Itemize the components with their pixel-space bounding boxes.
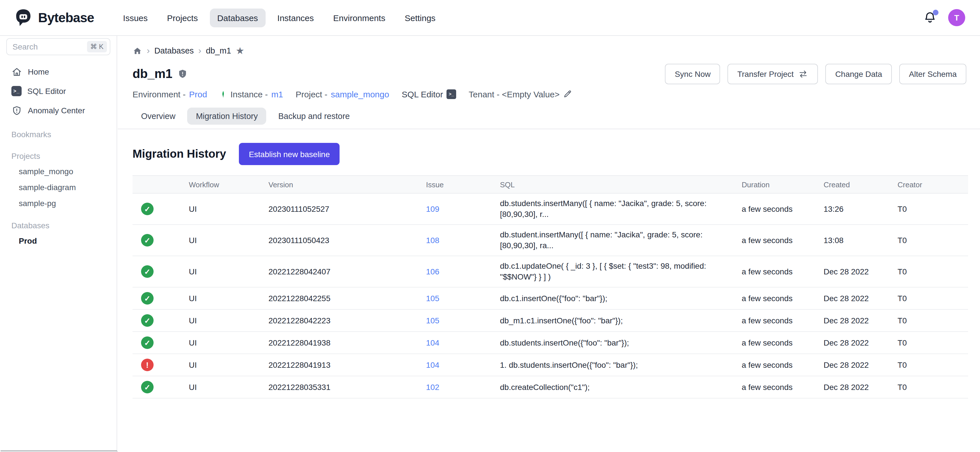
terminal-icon: >_ [11, 86, 22, 96]
top-navbar: Bytebase Issues Projects Databases Insta… [0, 0, 980, 36]
topbar-right: T [923, 9, 965, 26]
brand-home-link[interactable]: Bytebase [14, 8, 94, 27]
cell-sql: db.c1.updateOne( { _id: 3 }, [ { $set: {… [500, 256, 742, 287]
edit-pencil-icon[interactable] [563, 89, 572, 99]
cell-duration: a few seconds [742, 354, 824, 376]
col-workflow: Workflow [189, 176, 269, 193]
change-data-button[interactable]: Change Data [826, 64, 892, 84]
app-window: Bytebase Issues Projects Databases Insta… [0, 0, 980, 452]
cell-version: 20230111052527 [269, 193, 426, 225]
cell-issue: 108 [426, 225, 500, 256]
cell-duration: a few seconds [742, 310, 824, 332]
migration-history-table: Workflow Version Issue SQL Duration Crea… [132, 175, 968, 398]
user-avatar[interactable]: T [948, 9, 965, 26]
cell-duration: a few seconds [742, 287, 824, 310]
sidebar-project-sample-pg[interactable]: sample-pg [6, 195, 110, 211]
project-label: Project - [296, 89, 328, 99]
cell-issue: 102 [426, 376, 500, 398]
nav-item-environments[interactable]: Environments [326, 8, 393, 27]
issue-link[interactable]: 104 [426, 360, 439, 369]
issue-link[interactable]: 102 [426, 383, 439, 392]
breadcrumb: › Databases › db_m1 ★ [132, 44, 966, 57]
page-actions: Sync Now Transfer Project Change Data [665, 64, 966, 84]
nav-item-projects[interactable]: Projects [159, 8, 205, 27]
issue-link[interactable]: 109 [426, 204, 439, 214]
cell-status: ✓ [132, 287, 189, 310]
sync-now-button[interactable]: Sync Now [665, 64, 721, 84]
cell-created: Dec 28 2022 [824, 332, 897, 354]
table-row: ✓ UI 20230111050423 108 db.student.inser… [132, 225, 968, 256]
cell-issue: 106 [426, 256, 500, 287]
sql-editor-terminal-icon[interactable]: >_ [447, 89, 456, 99]
sidebar-project-sample-mongo[interactable]: sample_mongo [6, 163, 110, 179]
project-link[interactable]: sample_mongo [331, 89, 389, 99]
sidebar-database-prod[interactable]: Prod [6, 233, 110, 249]
cell-version: 20221228041938 [269, 332, 426, 354]
shield-alert-icon [11, 105, 22, 116]
instance-link[interactable]: m1 [271, 89, 283, 99]
nav-item-databases[interactable]: Databases [210, 8, 265, 27]
cell-workflow: UI [189, 332, 269, 354]
tab-backup-and-restore[interactable]: Backup and restore [270, 108, 358, 125]
cell-issue: 104 [426, 354, 500, 376]
button-label: Transfer Project [737, 69, 794, 78]
cell-creator: T0 [897, 256, 968, 287]
issue-link[interactable]: 105 [426, 316, 439, 325]
nav-item-instances[interactable]: Instances [270, 8, 321, 27]
cell-version: 20221228035331 [269, 376, 426, 398]
cell-created: 13:08 [824, 225, 897, 256]
status-error-icon: ! [141, 359, 154, 371]
search-input[interactable] [13, 42, 87, 51]
sidebar-item-home[interactable]: Home [6, 62, 110, 81]
cell-version: 20230111050423 [269, 225, 426, 256]
button-label: Alter Schema [909, 69, 957, 78]
table-row: ✓ UI 20221228042255 105 db.c1.insertOne(… [132, 287, 968, 310]
meta-instance: Instance - m1 [220, 88, 283, 99]
issue-link[interactable]: 108 [426, 236, 439, 245]
tab-migration-history[interactable]: Migration History [188, 108, 266, 125]
cell-creator: T0 [897, 376, 968, 398]
sidebar-project-sample-diagram[interactable]: sample-diagram [6, 179, 110, 195]
cell-duration: a few seconds [742, 376, 824, 398]
title-row: db_m1 Sync Now Transfer Project [132, 66, 966, 82]
sql-editor-label: SQL Editor [402, 89, 443, 99]
bookmark-star-icon[interactable]: ★ [236, 46, 245, 56]
alter-schema-button[interactable]: Alter Schema [899, 64, 966, 84]
section-title: Migration History [132, 147, 226, 161]
establish-baseline-button[interactable]: Establish new baseline [239, 143, 340, 165]
button-label: Sync Now [675, 69, 711, 78]
status-success-icon: ✓ [141, 337, 154, 349]
issue-link[interactable]: 105 [426, 294, 439, 303]
meta-sql-editor: SQL Editor >_ [402, 89, 456, 99]
sidebar-item-sql-editor[interactable]: >_ SQL Editor [6, 81, 110, 101]
tabs-divider [118, 129, 980, 129]
sidebar-item-anomaly-center[interactable]: Anomaly Center [6, 101, 110, 120]
cell-duration: a few seconds [742, 332, 824, 354]
transfer-project-button[interactable]: Transfer Project [728, 64, 818, 84]
environment-link[interactable]: Prod [189, 89, 207, 99]
breadcrumb-home-icon[interactable] [132, 46, 142, 56]
home-icon [11, 66, 22, 77]
cell-duration: a few seconds [742, 256, 824, 287]
instance-label: Instance - [231, 89, 268, 99]
issue-link[interactable]: 104 [426, 338, 439, 347]
cell-issue: 105 [426, 310, 500, 332]
issue-link[interactable]: 106 [426, 267, 439, 276]
cell-sql: db.c1.insertOne({"foo": "bar"}); [500, 287, 742, 310]
cell-created: Dec 28 2022 [824, 376, 897, 398]
nav-item-settings[interactable]: Settings [397, 8, 443, 27]
col-sql: SQL [500, 176, 742, 193]
tenant-label: Tenant - <Empty Value> [469, 89, 560, 99]
sidebar-section-projects: Projects [6, 149, 110, 163]
cell-creator: T0 [897, 354, 968, 376]
status-success-icon: ✓ [141, 203, 154, 215]
cell-workflow: UI [189, 256, 269, 287]
notification-bell-icon[interactable] [923, 11, 937, 24]
breadcrumb-separator: › [147, 46, 150, 56]
cell-status: ! [132, 354, 189, 376]
mongodb-leaf-icon [220, 88, 227, 99]
cell-creator: T0 [897, 193, 968, 225]
nav-item-issues[interactable]: Issues [116, 8, 155, 27]
breadcrumb-link-databases[interactable]: Databases [154, 46, 194, 55]
tab-overview[interactable]: Overview [132, 108, 184, 125]
